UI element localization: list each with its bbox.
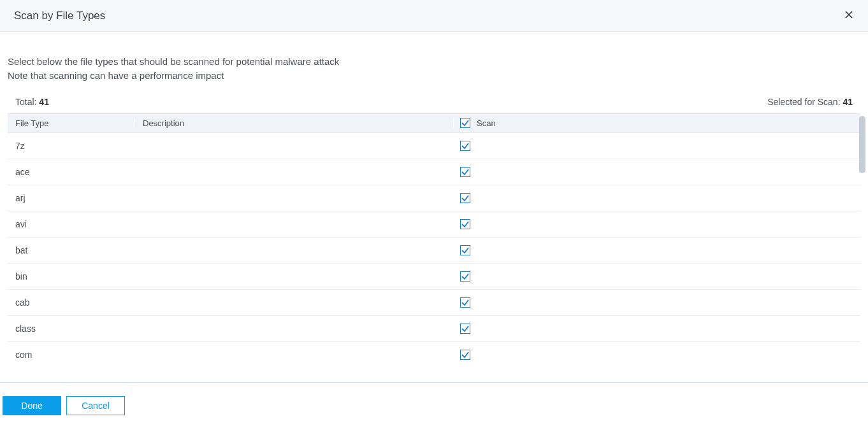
- table-row: 7z: [8, 133, 860, 159]
- table-row: bin: [8, 264, 860, 290]
- total-label: Total:: [15, 97, 36, 107]
- scan-checkbox[interactable]: [460, 245, 470, 255]
- total-value: 41: [39, 97, 49, 107]
- scan-checkbox[interactable]: [460, 297, 470, 308]
- cell-scan: [454, 167, 543, 177]
- file-type-table: File Type Description Scan 7zacearjaviba…: [8, 113, 860, 367]
- scan-checkbox[interactable]: [460, 141, 470, 151]
- total-count: Total: 41: [15, 97, 49, 107]
- table-row: ace: [8, 159, 860, 185]
- dialog-header: Scan by File Types: [0, 0, 868, 32]
- cancel-button[interactable]: Cancel: [66, 396, 125, 415]
- table-row: class: [8, 316, 860, 342]
- header-scan: Scan: [454, 118, 543, 128]
- cell-scan: [454, 141, 543, 151]
- table-header: File Type Description Scan: [8, 114, 860, 133]
- selected-count: Selected for Scan: 41: [767, 97, 853, 107]
- cell-filetype: arj: [8, 193, 135, 203]
- dialog-title: Scan by File Types: [14, 10, 105, 22]
- table-row: com: [8, 342, 860, 367]
- scan-checkbox[interactable]: [460, 324, 470, 334]
- done-button[interactable]: Done: [3, 396, 61, 415]
- cell-scan: [454, 324, 543, 334]
- scan-checkbox[interactable]: [460, 219, 470, 229]
- table-body: 7zacearjavibatbincabclasscom: [8, 133, 860, 367]
- instructions-line2: Note that scanning can have a performanc…: [8, 69, 860, 83]
- cell-filetype: com: [8, 350, 135, 360]
- scrollbar-thumb[interactable]: [859, 116, 865, 173]
- cell-scan: [454, 219, 543, 229]
- cell-filetype: avi: [8, 219, 135, 229]
- header-description[interactable]: Description: [135, 118, 454, 128]
- dialog-footer: Done Cancel: [0, 382, 868, 428]
- cell-scan: [454, 271, 543, 282]
- cell-scan: [454, 245, 543, 255]
- instructions-line1: Select below the file types that should …: [8, 55, 860, 69]
- cell-filetype: ace: [8, 167, 135, 177]
- selected-label: Selected for Scan:: [767, 97, 840, 107]
- table-row: cab: [8, 290, 860, 316]
- table-row: bat: [8, 238, 860, 264]
- cell-scan: [454, 297, 543, 308]
- scan-checkbox[interactable]: [460, 193, 470, 203]
- cell-filetype: cab: [8, 297, 135, 308]
- select-all-checkbox[interactable]: [460, 118, 470, 128]
- scan-checkbox[interactable]: [460, 350, 470, 360]
- cell-filetype: bin: [8, 271, 135, 282]
- header-filetype[interactable]: File Type: [8, 118, 135, 128]
- cell-scan: [454, 350, 543, 360]
- instructions: Select below the file types that should …: [0, 32, 868, 83]
- cell-filetype: class: [8, 324, 135, 334]
- scan-checkbox[interactable]: [460, 167, 470, 177]
- table-row: avi: [8, 211, 860, 238]
- selected-value: 41: [843, 97, 853, 107]
- close-icon[interactable]: [844, 10, 854, 22]
- cell-scan: [454, 193, 543, 203]
- header-scan-label: Scan: [477, 118, 496, 128]
- cell-filetype: 7z: [8, 141, 135, 151]
- cell-filetype: bat: [8, 245, 135, 255]
- counts-row: Total: 41 Selected for Scan: 41: [0, 83, 868, 111]
- scan-checkbox[interactable]: [460, 271, 470, 282]
- table-row: arj: [8, 185, 860, 211]
